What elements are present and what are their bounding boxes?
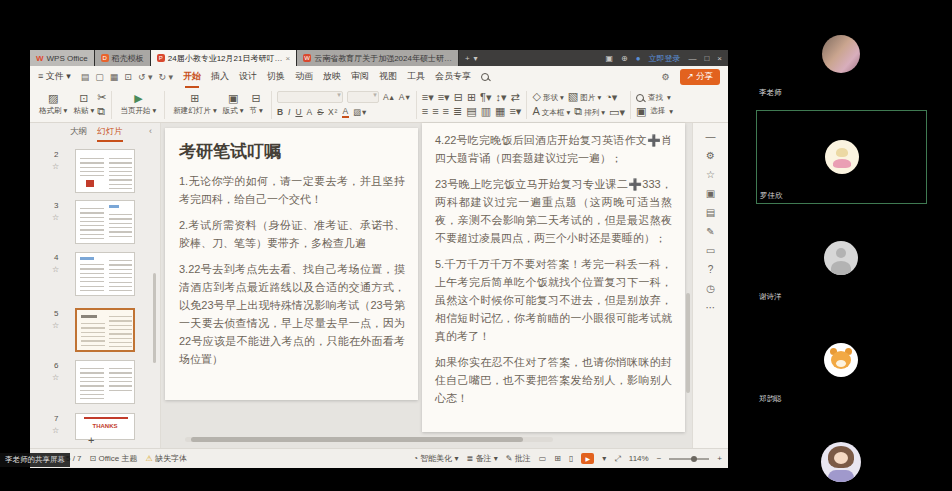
favorite-star-icon[interactable]: ☆ [52,162,59,171]
collapse-panel-icon[interactable]: ‹ [149,126,152,136]
missing-font-warning[interactable]: ⚠ 缺失字体 [146,453,187,464]
slide-thumbnail-3[interactable] [75,200,135,244]
align-left-icon[interactable]: ≡ [422,106,428,117]
participant-tile[interactable]: 郑韵聪 [756,314,925,406]
reading-view-icon[interactable]: ▯ [569,454,573,463]
more-tools-icon[interactable]: ⋯ [706,302,716,313]
preview-icon[interactable]: ⊡ [124,72,132,82]
window-minimize-button[interactable]: — [688,54,696,63]
slide-thumbnail-5-selected[interactable] [75,308,135,352]
highlight-color-button[interactable]: ▨▾ [353,107,367,117]
decrease-font-button[interactable]: A▾ [399,92,411,102]
menu-item-review[interactable]: 审阅 [351,70,369,83]
layout-switch-icon[interactable]: ▣ [605,54,613,63]
horizontal-scrollbar-thumb[interactable] [191,437,523,442]
vertical-scrollbar[interactable] [686,293,690,393]
slide-thumbnail-4[interactable] [75,252,135,296]
fill-icon[interactable]: ▭▾ [609,107,625,118]
play-from-current-button[interactable]: ▶ 当页开始 ▾ [117,93,159,116]
panel-scrollbar[interactable] [153,273,156,363]
tab-other-document[interactable]: W 云南省教育厅关于加强2024年硕士研… [297,50,459,66]
zoom-slider[interactable] [669,458,709,460]
find-button[interactable]: 查找 ▾ [636,93,673,103]
shapes-button[interactable]: ◇ 形状 ▾ [532,91,563,103]
undo-icon[interactable]: ↺ ▾ [138,72,153,82]
notes-button[interactable]: ≣ 备注 ▾ [467,453,498,464]
window-maximize-button[interactable]: □ [704,54,709,63]
superscript-button[interactable]: X² [328,107,339,117]
add-slide-button[interactable]: + [88,434,94,446]
slideshow-play-button[interactable]: ▶ [581,453,594,464]
login-link[interactable]: 立即登录 [648,53,680,64]
slide-page-right[interactable]: 4.22号吃完晚饭后回酒店开始复习英语作文➕肖四大题背诵（四套题建议过完一遍）；… [422,123,685,432]
output-icon[interactable]: ▢ [95,72,104,82]
font-effects-button[interactable]: A [307,107,314,117]
slide-layout-button[interactable]: ▣ 版式 ▾ [220,93,247,116]
tab-close-icon[interactable]: × [285,54,290,63]
properties-icon[interactable]: ⚙ [706,150,715,161]
theme-button[interactable]: ⊡ Office 主题 [90,453,138,464]
font-color-button[interactable]: A [342,106,349,118]
favorite-star-icon[interactable]: ☆ [52,321,59,330]
horizontal-scrollbar[interactable] [185,437,553,442]
favorites-icon[interactable]: ☆ [706,169,715,180]
search-icon[interactable] [481,73,489,81]
slide-thumbnail-2[interactable] [75,149,135,193]
tab-current-presentation[interactable]: P 24届小教专业12月21日考研叮… × [151,50,297,66]
theme-settings-icon[interactable]: ⚙ [661,72,669,82]
text-direction-icon[interactable]: ⇄ [511,92,520,103]
favorite-star-icon[interactable]: ☆ [52,373,59,382]
redo-icon[interactable]: ↻ ▾ [158,72,173,82]
play-options-chevron-icon[interactable]: ▾ [602,454,606,463]
menu-item-insert[interactable]: 插入 [211,70,229,83]
favorite-star-icon[interactable]: ☆ [52,426,59,435]
section-button[interactable]: ⊟ 节 ▾ [247,93,266,116]
window-close-button[interactable]: × [717,54,722,63]
justify-icon[interactable]: ≣ [453,106,462,117]
menu-item-animation[interactable]: 动画 [295,70,313,83]
paragraph-mark-icon[interactable]: ¶▾ [480,92,491,103]
sorter-view-icon[interactable]: ⊞ [554,454,561,463]
file-menu[interactable]: ≡ 文件 ▾ [38,70,71,83]
select-button[interactable]: ▣ 选择 ▾ [636,106,673,117]
menu-item-transition[interactable]: 切换 [267,70,285,83]
slide-page-left[interactable]: 考研笔试叮嘱 1.无论你学的如何，请一定要去考，并且坚持考完四科，给自己一个交代… [165,128,418,400]
beautify-button[interactable]: ◔ 智能美化 ▾ [413,453,458,464]
design-tool-icon[interactable]: ▣ [706,188,715,199]
copy-button[interactable]: ⧉ [97,106,106,117]
increase-indent-icon[interactable]: ⊞ [467,92,476,103]
tab-docer-templates[interactable]: D 稻壳模板 [95,50,151,66]
menu-item-home[interactable]: 开始 [183,70,201,83]
favorite-star-icon[interactable]: ☆ [52,265,59,274]
line-spacing-icon[interactable]: ↕▾ [496,92,507,103]
help-icon[interactable]: ? [708,264,714,275]
comments-button[interactable]: ✎ 批注 [506,453,531,464]
distribute-icon[interactable]: ▥ [481,106,491,117]
align-right-icon[interactable]: ≡ [443,106,449,117]
zoom-level[interactable]: 114% [629,454,649,463]
annotation-tool-icon[interactable]: ✎ [706,226,714,237]
table-icon[interactable]: ▦ [495,106,505,117]
skin-settings-icon[interactable]: ⊕ [621,54,628,63]
new-slide-button[interactable]: ⊞ 新建幻灯片 ▾ [170,93,219,116]
participant-tile[interactable]: 谢诗洋 [756,212,925,304]
increase-font-button[interactable]: A▴ [383,92,395,102]
format-painter-button[interactable]: ▨ 格式刷 ▾ [36,93,70,116]
numbered-list-icon[interactable]: ≡▾ [438,92,450,103]
picture-button[interactable]: ▧ 图片 ▾ [568,91,601,103]
favorite-star-icon[interactable]: ☆ [52,213,59,222]
textbox-button[interactable]: A 文本框 ▾ [532,106,570,118]
zoom-in-button[interactable]: + [717,454,722,463]
outline-tab[interactable]: 大纲 [70,126,87,138]
smart-list-icon[interactable]: ≡▾ [509,106,521,117]
new-tab-button[interactable]: + [465,54,470,63]
tab-wps-home[interactable]: W WPS Office [30,50,95,66]
slides-tab[interactable]: 幻灯片 [97,126,123,138]
paste-button[interactable]: ⊡ 粘贴 ▾ [70,93,97,116]
save-icon[interactable]: ▤ [81,72,90,82]
avatar-insert-icon[interactable]: ◔▾ [605,92,617,103]
reading-mode-icon[interactable]: ▭ [706,245,715,256]
participant-tile-active-speaker[interactable]: 罗佳欣 [756,110,927,204]
slide-thumbnail-6[interactable] [75,360,135,404]
menu-item-tools[interactable]: 工具 [407,70,425,83]
